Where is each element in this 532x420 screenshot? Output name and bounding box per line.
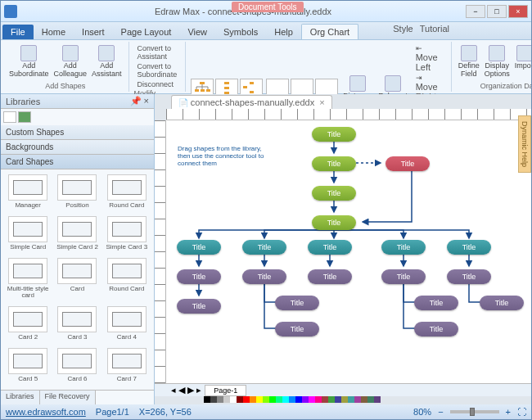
tab-page-layout[interactable]: Page Layout bbox=[113, 25, 180, 39]
document-tab[interactable]: 📄 connect-shapes-manually.eddx× bbox=[171, 95, 332, 109]
tutorial-menu[interactable]: Tutorial bbox=[420, 24, 449, 34]
document-tools-tab[interactable]: Document Tools bbox=[232, 2, 304, 12]
color-swatch[interactable] bbox=[328, 396, 335, 403]
add-subordinate-button[interactable]: Add Subordinate bbox=[7, 43, 51, 80]
color-swatch[interactable] bbox=[315, 396, 322, 403]
org-node[interactable]: Title bbox=[242, 269, 286, 284]
pin-icon[interactable]: 📌 × bbox=[130, 96, 149, 106]
shape-item[interactable]: Card 5 bbox=[4, 346, 52, 386]
org-node[interactable]: Title bbox=[312, 186, 356, 201]
org-node[interactable]: Title bbox=[381, 240, 426, 255]
org-node[interactable]: Title bbox=[177, 299, 221, 314]
lib-new-icon[interactable] bbox=[3, 111, 16, 123]
color-swatch[interactable] bbox=[263, 396, 269, 403]
color-swatch[interactable] bbox=[243, 396, 250, 403]
shape-item[interactable]: Simple Card 3 bbox=[103, 215, 151, 255]
org-node[interactable]: Title bbox=[242, 240, 286, 255]
org-node[interactable]: Title bbox=[177, 269, 221, 284]
lib-tab-recovery[interactable]: File Recovery bbox=[40, 391, 96, 404]
color-swatch[interactable] bbox=[282, 396, 289, 403]
lib-cat-custom[interactable]: Custom Shapes bbox=[1, 125, 154, 140]
color-swatch[interactable] bbox=[341, 396, 348, 403]
color-swatch[interactable] bbox=[230, 396, 237, 403]
color-swatch[interactable] bbox=[295, 396, 302, 403]
color-swatch[interactable] bbox=[374, 396, 381, 403]
zoom-out[interactable]: − bbox=[438, 407, 443, 417]
color-swatch[interactable] bbox=[276, 396, 282, 403]
shape-item[interactable]: Card 4 bbox=[103, 305, 151, 345]
display-options-button[interactable]: Display Options bbox=[483, 43, 512, 80]
org-node[interactable]: Title bbox=[275, 322, 319, 336]
color-swatch[interactable] bbox=[322, 396, 328, 403]
shape-item[interactable]: Round Card bbox=[103, 173, 151, 213]
color-swatch[interactable] bbox=[256, 396, 263, 403]
color-swatch[interactable] bbox=[361, 396, 367, 403]
org-node[interactable]: Title bbox=[177, 240, 221, 255]
shape-item[interactable]: Card bbox=[53, 256, 101, 303]
org-node[interactable]: Title bbox=[312, 156, 356, 171]
org-node[interactable]: Title bbox=[308, 240, 352, 255]
color-swatch[interactable] bbox=[367, 396, 374, 403]
close-doc-icon[interactable]: × bbox=[319, 97, 324, 107]
add-colleague-button[interactable]: Add Colleague bbox=[52, 43, 89, 80]
shape-item[interactable]: Card 2 bbox=[4, 305, 52, 345]
disconnect-button[interactable]: Disconnect bbox=[134, 79, 181, 89]
org-node[interactable]: Title bbox=[275, 296, 319, 310]
status-url[interactable]: www.edrawsoft.com bbox=[6, 407, 86, 417]
lib-cat-backgrounds[interactable]: Backgrounds bbox=[1, 140, 154, 155]
org-node[interactable]: Title bbox=[414, 296, 458, 310]
color-swatch[interactable] bbox=[250, 396, 256, 403]
color-swatch[interactable] bbox=[210, 396, 217, 403]
convert-assistant-button[interactable]: Convert to Assistant bbox=[134, 43, 181, 61]
tab-org-chart[interactable]: Org Chart bbox=[301, 24, 358, 39]
org-node[interactable]: Title bbox=[312, 127, 356, 142]
org-node[interactable]: Title bbox=[308, 269, 352, 284]
shape-item[interactable]: Card 3 bbox=[53, 305, 101, 345]
color-swatch[interactable] bbox=[354, 396, 361, 403]
shape-item[interactable]: Multi-title style card bbox=[4, 256, 52, 303]
tab-file[interactable]: File bbox=[2, 25, 34, 39]
lib-tab-libraries[interactable]: Libraries bbox=[1, 391, 40, 404]
color-swatch[interactable] bbox=[348, 396, 354, 403]
color-swatch[interactable] bbox=[309, 396, 315, 403]
add-assistant-button[interactable]: Add Assistant bbox=[90, 43, 124, 80]
org-node[interactable]: Title bbox=[312, 215, 356, 230]
shape-item[interactable]: Card 7 bbox=[103, 346, 151, 386]
color-swatch[interactable] bbox=[289, 396, 295, 403]
tab-help[interactable]: Help bbox=[266, 25, 301, 39]
org-node[interactable]: Title bbox=[480, 296, 524, 310]
org-node[interactable]: Title bbox=[447, 269, 491, 284]
tab-symbols[interactable]: Symbols bbox=[215, 25, 266, 39]
zoom-in[interactable]: + bbox=[506, 407, 511, 417]
define-field-button[interactable]: Define Field bbox=[457, 43, 481, 80]
zoom-slider[interactable] bbox=[450, 410, 499, 413]
page-tab-1[interactable]: Page-1 bbox=[205, 385, 246, 396]
lib-add-icon[interactable] bbox=[18, 111, 31, 123]
fit-icon[interactable]: ⛶ bbox=[517, 407, 526, 417]
page-nav[interactable]: ◂ ◀ ▶ ▸ bbox=[171, 385, 201, 395]
shape-item[interactable]: Card 6 bbox=[53, 346, 101, 386]
shape-item[interactable]: Position bbox=[53, 173, 101, 213]
import-button[interactable]: Import bbox=[513, 43, 532, 80]
tab-insert[interactable]: Insert bbox=[74, 25, 113, 39]
dynamic-help-tab[interactable]: Dynamic Help bbox=[518, 115, 531, 173]
tab-view[interactable]: View bbox=[179, 25, 215, 39]
org-node[interactable]: Title bbox=[381, 269, 426, 284]
shape-item[interactable]: Simple Card bbox=[4, 215, 52, 255]
maximize-button[interactable]: □ bbox=[487, 5, 507, 18]
canvas[interactable]: Drag shapes from the library, then use t… bbox=[166, 120, 531, 383]
shape-item[interactable]: Round Card bbox=[103, 256, 151, 303]
color-swatch[interactable] bbox=[204, 396, 210, 403]
color-swatch[interactable] bbox=[217, 396, 223, 403]
close-button[interactable]: × bbox=[508, 5, 528, 18]
color-swatch[interactable] bbox=[269, 396, 276, 403]
tab-home[interactable]: Home bbox=[34, 25, 74, 39]
color-swatch[interactable] bbox=[223, 396, 230, 403]
convert-subordinate-button[interactable]: Convert to Subordinate bbox=[134, 61, 181, 79]
shape-item[interactable]: Simple Card 2 bbox=[53, 215, 101, 255]
minimize-button[interactable]: − bbox=[466, 5, 485, 18]
org-node[interactable]: Title bbox=[414, 322, 458, 336]
org-node[interactable]: Title bbox=[385, 156, 430, 171]
color-swatch[interactable] bbox=[237, 396, 243, 403]
color-swatch[interactable] bbox=[335, 396, 341, 403]
